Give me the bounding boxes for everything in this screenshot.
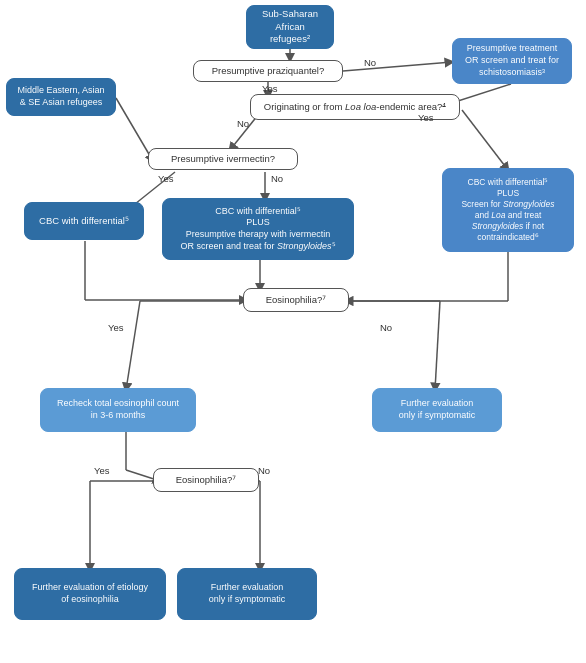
- node-presumptive-iver: Presumptive ivermectin?: [148, 148, 298, 170]
- node-sub-saharan: Sub-Saharan African refugees²: [246, 5, 334, 49]
- node-cbc-screen-loa: CBC with differential⁵PLUSScreen for Str…: [442, 168, 574, 252]
- label-yes3: Yes: [158, 173, 174, 184]
- svg-line-15: [126, 301, 140, 390]
- node-presumptive-prazi: Presumptive praziquantel?: [193, 60, 343, 82]
- label-no4: No: [380, 322, 392, 333]
- svg-line-1: [343, 62, 452, 71]
- label-yes1: Yes: [262, 83, 278, 94]
- cbc-screen-label: CBC with differential⁵PLUSScreen for Str…: [461, 177, 554, 243]
- svg-line-6: [116, 98, 153, 161]
- label-no5: No: [258, 465, 270, 476]
- node-further-etiology: Further evaluation of etiology of eosino…: [14, 568, 166, 620]
- node-cbc-plus-iver: CBC with differential⁵PLUSPresumptive th…: [162, 198, 354, 260]
- node-further-symp1: Further evaluation only if symptomatic: [372, 388, 502, 432]
- label-yes5: Yes: [94, 465, 110, 476]
- node-cbc-simple: CBC with differential⁵: [24, 202, 144, 240]
- node-presumptive-treat: Presumptive treatment OR screen and trea…: [452, 38, 572, 84]
- label-no2: No: [237, 118, 249, 129]
- node-further-symp2: Further evaluation only if symptomatic: [177, 568, 317, 620]
- svg-line-5: [462, 110, 508, 170]
- label-yes2: Yes: [418, 112, 434, 123]
- node-eosinophilia2: Eosinophilia?⁷: [153, 468, 259, 492]
- cbc-plus-label: CBC with differential⁵PLUSPresumptive th…: [180, 206, 335, 253]
- label-no3: No: [271, 173, 283, 184]
- flowchart: Sub-Saharan African refugees² Presumptiv…: [0, 0, 586, 663]
- svg-line-17: [435, 301, 440, 390]
- label-no1: No: [364, 57, 376, 68]
- node-recheck: Recheck total eosinophil count in 3-6 mo…: [40, 388, 196, 432]
- node-middle-eastern: Middle Eastern, Asian & SE Asian refugee…: [6, 78, 116, 116]
- node-eosinophilia1: Eosinophilia?⁷: [243, 288, 349, 312]
- label-yes4: Yes: [108, 322, 124, 333]
